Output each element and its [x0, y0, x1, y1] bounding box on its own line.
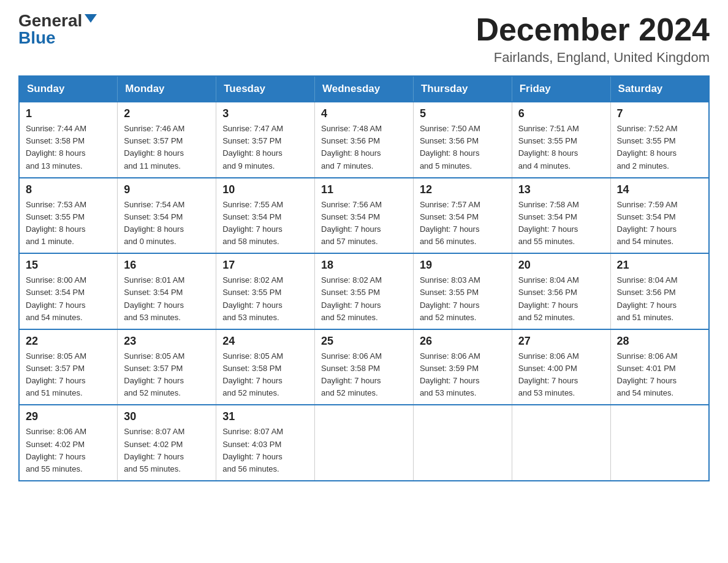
day-number: 12	[420, 183, 506, 196]
day-number: 22	[26, 335, 111, 348]
logo-blue: Blue	[18, 29, 56, 47]
day-number: 6	[518, 107, 604, 120]
calendar-cell: 24Sunrise: 8:05 AMSunset: 3:58 PMDayligh…	[216, 329, 315, 405]
day-number: 26	[420, 335, 506, 348]
day-number: 19	[420, 259, 506, 272]
calendar-cell	[610, 405, 709, 481]
calendar-cell: 26Sunrise: 8:06 AMSunset: 3:59 PMDayligh…	[413, 329, 512, 405]
calendar-cell: 22Sunrise: 8:05 AMSunset: 3:57 PMDayligh…	[19, 329, 118, 405]
day-info: Sunrise: 7:53 AMSunset: 3:55 PMDaylight:…	[26, 199, 111, 248]
calendar-cell: 31Sunrise: 8:07 AMSunset: 4:03 PMDayligh…	[216, 405, 315, 481]
day-info: Sunrise: 8:06 AMSunset: 4:02 PMDaylight:…	[26, 426, 111, 475]
day-number: 23	[124, 335, 210, 348]
day-info: Sunrise: 8:06 AMSunset: 3:59 PMDaylight:…	[420, 350, 506, 400]
day-number: 30	[124, 410, 210, 423]
day-number: 2	[124, 107, 210, 120]
day-number: 17	[222, 259, 308, 272]
calendar-title: December 2024	[476, 12, 710, 47]
calendar-table: SundayMondayTuesdayWednesdayThursdayFrid…	[18, 75, 710, 481]
day-number: 10	[222, 183, 308, 196]
header-tuesday: Tuesday	[216, 76, 315, 102]
day-info: Sunrise: 8:07 AMSunset: 4:03 PMDaylight:…	[222, 426, 308, 475]
calendar-cell: 5Sunrise: 7:50 AMSunset: 3:56 PMDaylight…	[413, 102, 512, 178]
calendar-cell: 27Sunrise: 8:06 AMSunset: 4:00 PMDayligh…	[512, 329, 610, 405]
calendar-cell: 28Sunrise: 8:06 AMSunset: 4:01 PMDayligh…	[610, 329, 709, 405]
calendar-subtitle: Fairlands, England, United Kingdom	[476, 50, 710, 66]
day-info: Sunrise: 7:59 AMSunset: 3:54 PMDaylight:…	[617, 199, 702, 248]
day-info: Sunrise: 8:05 AMSunset: 3:57 PMDaylight:…	[26, 350, 111, 400]
calendar-cell: 2Sunrise: 7:46 AMSunset: 3:57 PMDaylight…	[118, 102, 216, 178]
day-number: 21	[617, 259, 702, 272]
calendar-cell: 18Sunrise: 8:02 AMSunset: 3:55 PMDayligh…	[315, 253, 414, 329]
day-number: 27	[518, 335, 604, 348]
calendar-cell: 16Sunrise: 8:01 AMSunset: 3:54 PMDayligh…	[118, 253, 216, 329]
calendar-cell: 25Sunrise: 8:06 AMSunset: 3:58 PMDayligh…	[315, 329, 414, 405]
day-info: Sunrise: 7:51 AMSunset: 3:55 PMDaylight:…	[518, 123, 604, 172]
day-info: Sunrise: 8:02 AMSunset: 3:55 PMDaylight:…	[222, 274, 308, 324]
page-header: General Blue December 2024 Fairlands, En…	[18, 12, 710, 66]
day-number: 5	[420, 107, 506, 120]
day-number: 11	[321, 183, 407, 196]
calendar-cell: 1Sunrise: 7:44 AMSunset: 3:58 PMDaylight…	[19, 102, 118, 178]
day-info: Sunrise: 7:56 AMSunset: 3:54 PMDaylight:…	[321, 199, 407, 248]
calendar-cell: 10Sunrise: 7:55 AMSunset: 3:54 PMDayligh…	[216, 178, 315, 254]
header-saturday: Saturday	[610, 76, 709, 102]
day-info: Sunrise: 8:04 AMSunset: 3:56 PMDaylight:…	[617, 274, 702, 324]
header-sunday: Sunday	[19, 76, 118, 102]
calendar-header-row: SundayMondayTuesdayWednesdayThursdayFrid…	[19, 76, 709, 102]
calendar-cell: 29Sunrise: 8:06 AMSunset: 4:02 PMDayligh…	[19, 405, 118, 481]
day-number: 28	[617, 335, 702, 348]
header-friday: Friday	[512, 76, 610, 102]
day-number: 18	[321, 259, 407, 272]
day-info: Sunrise: 7:52 AMSunset: 3:55 PMDaylight:…	[617, 123, 702, 172]
day-info: Sunrise: 7:50 AMSunset: 3:56 PMDaylight:…	[420, 123, 506, 172]
calendar-week-5: 29Sunrise: 8:06 AMSunset: 4:02 PMDayligh…	[19, 405, 709, 481]
day-number: 14	[617, 183, 702, 196]
day-info: Sunrise: 7:48 AMSunset: 3:56 PMDaylight:…	[321, 123, 407, 172]
day-info: Sunrise: 7:57 AMSunset: 3:54 PMDaylight:…	[420, 199, 506, 248]
calendar-week-4: 22Sunrise: 8:05 AMSunset: 3:57 PMDayligh…	[19, 329, 709, 405]
day-number: 1	[26, 107, 111, 120]
calendar-cell	[315, 405, 414, 481]
calendar-cell: 4Sunrise: 7:48 AMSunset: 3:56 PMDaylight…	[315, 102, 414, 178]
day-number: 3	[222, 107, 308, 120]
calendar-cell: 3Sunrise: 7:47 AMSunset: 3:57 PMDaylight…	[216, 102, 315, 178]
calendar-cell: 23Sunrise: 8:05 AMSunset: 3:57 PMDayligh…	[118, 329, 216, 405]
calendar-cell: 6Sunrise: 7:51 AMSunset: 3:55 PMDaylight…	[512, 102, 610, 178]
calendar-cell: 19Sunrise: 8:03 AMSunset: 3:55 PMDayligh…	[413, 253, 512, 329]
calendar-week-2: 8Sunrise: 7:53 AMSunset: 3:55 PMDaylight…	[19, 178, 709, 254]
calendar-cell: 11Sunrise: 7:56 AMSunset: 3:54 PMDayligh…	[315, 178, 414, 254]
calendar-cell	[413, 405, 512, 481]
day-number: 20	[518, 259, 604, 272]
day-info: Sunrise: 8:06 AMSunset: 3:58 PMDaylight:…	[321, 350, 407, 400]
day-info: Sunrise: 8:01 AMSunset: 3:54 PMDaylight:…	[124, 274, 210, 324]
calendar-cell: 30Sunrise: 8:07 AMSunset: 4:02 PMDayligh…	[118, 405, 216, 481]
calendar-week-3: 15Sunrise: 8:00 AMSunset: 3:54 PMDayligh…	[19, 253, 709, 329]
calendar-cell: 12Sunrise: 7:57 AMSunset: 3:54 PMDayligh…	[413, 178, 512, 254]
day-number: 29	[26, 410, 111, 423]
calendar-cell: 13Sunrise: 7:58 AMSunset: 3:54 PMDayligh…	[512, 178, 610, 254]
logo-general: General	[18, 12, 82, 29]
day-info: Sunrise: 8:03 AMSunset: 3:55 PMDaylight:…	[420, 274, 506, 324]
logo-triangle-icon	[85, 14, 97, 23]
day-number: 4	[321, 107, 407, 120]
calendar-cell: 20Sunrise: 8:04 AMSunset: 3:56 PMDayligh…	[512, 253, 610, 329]
day-info: Sunrise: 7:46 AMSunset: 3:57 PMDaylight:…	[124, 123, 210, 172]
day-info: Sunrise: 8:05 AMSunset: 3:57 PMDaylight:…	[124, 350, 210, 400]
header-monday: Monday	[118, 76, 216, 102]
calendar-cell: 14Sunrise: 7:59 AMSunset: 3:54 PMDayligh…	[610, 178, 709, 254]
day-info: Sunrise: 8:06 AMSunset: 4:01 PMDaylight:…	[617, 350, 702, 400]
calendar-cell	[512, 405, 610, 481]
calendar-cell: 15Sunrise: 8:00 AMSunset: 3:54 PMDayligh…	[19, 253, 118, 329]
day-info: Sunrise: 7:55 AMSunset: 3:54 PMDaylight:…	[222, 199, 308, 248]
day-number: 16	[124, 259, 210, 272]
calendar-week-1: 1Sunrise: 7:44 AMSunset: 3:58 PMDaylight…	[19, 102, 709, 178]
logo: General Blue	[18, 12, 97, 47]
header-thursday: Thursday	[413, 76, 512, 102]
day-info: Sunrise: 8:05 AMSunset: 3:58 PMDaylight:…	[222, 350, 308, 400]
day-info: Sunrise: 7:44 AMSunset: 3:58 PMDaylight:…	[26, 123, 111, 172]
day-number: 31	[222, 410, 308, 423]
day-number: 25	[321, 335, 407, 348]
day-number: 15	[26, 259, 111, 272]
day-info: Sunrise: 8:07 AMSunset: 4:02 PMDaylight:…	[124, 426, 210, 475]
